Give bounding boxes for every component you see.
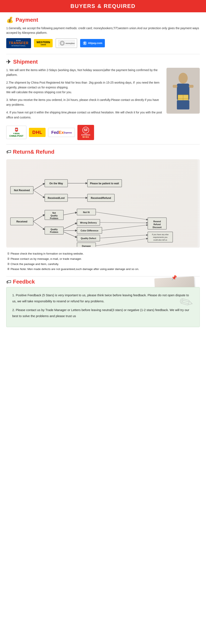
- svg-text:Not: Not: [52, 212, 56, 214]
- svg-text:Damage: Damage: [82, 245, 91, 247]
- svg-text:Quality: Quality: [51, 228, 58, 230]
- moneybookers-logo: moneybookers: [56, 38, 77, 48]
- svg-text:Problem: Problem: [50, 217, 58, 220]
- ship-para-2: 2.The shipment by China Post Registered …: [6, 80, 162, 95]
- moneybookers-svg: moneybookers: [58, 40, 75, 46]
- payment-logos: BANK TRANSFER INTERNATIONAL WESTERN UNIO…: [6, 38, 200, 48]
- svg-text:Resend: Resend: [153, 220, 161, 223]
- shipment-heading: Shipment: [13, 58, 38, 65]
- ship-para-3: 3. When you receive the items you ordere…: [6, 98, 162, 107]
- feedback-section: 🏷 Feedbck 📌 Feedback 1. Positive Feedbac…: [0, 276, 206, 331]
- ship-para-1: 1. We will sent the items within 2-5days…: [6, 68, 162, 77]
- shipment-icon: ✈: [6, 58, 11, 65]
- svg-text:Received: Received: [16, 220, 27, 223]
- svg-text:Quality: Quality: [51, 214, 58, 217]
- feedback-para-1: 1. Positive Feedback (5 Stars) is very i…: [12, 292, 194, 304]
- shipment-illustration: [166, 68, 200, 114]
- page-title: BUYERS & REQUIRED: [0, 3, 206, 10]
- feedback-title-row: 🏷 Feedbck: [6, 278, 35, 285]
- payment-heading: Payment: [16, 17, 38, 23]
- bank-transfer-logo: BANK TRANSFER INTERNATIONAL: [6, 38, 31, 48]
- return-note-3: ③ Check the package and Item, carefully.: [6, 262, 200, 267]
- return-heading: Return& Refund: [13, 149, 54, 155]
- feedback-heading: Feedbck: [13, 278, 35, 285]
- svg-rect-10: [189, 85, 194, 88]
- svg-rect-9: [173, 85, 177, 88]
- return-note-2: ② Please contact us by meesage, e-mail, …: [6, 257, 200, 262]
- svg-text:If you have any else: If you have any else: [152, 234, 169, 236]
- ship-para-4: 4. If you have not got it within the shi…: [6, 110, 162, 120]
- svg-rect-14: [177, 100, 189, 110]
- feedback-icon: 🏷: [6, 279, 11, 285]
- return-note-1: ① Please check the tracking in formation…: [6, 252, 200, 256]
- payment-icon: 💰: [6, 16, 13, 23]
- carrier-logos: 📮 中国邮政 CHINA POST DHL FedEx Express SF E…: [6, 125, 200, 140]
- svg-text:Refund: Refund: [154, 223, 161, 226]
- flowchart-svg: Not Received On the Way Please be patien…: [6, 159, 198, 247]
- chinapost-logo: 📮 中国邮政 CHINA POST: [6, 126, 26, 139]
- payment-title-row: 💰 Payment: [6, 16, 200, 23]
- shipment-content: 1. We will sent the items within 2-5days…: [6, 68, 200, 123]
- svg-text:Not Received: Not Received: [14, 189, 30, 192]
- return-section: 🏷 Return& Refund Not Received On the Way…: [0, 144, 206, 276]
- western-union-logo: WESTERN UNION: [34, 39, 53, 47]
- svg-text:Not fit: Not fit: [83, 211, 90, 214]
- payment-section: 💰 Payment 1.Generally, we accept the fol…: [0, 12, 206, 54]
- sf-express-logo: SF EXPRESS 顺丰速运: [77, 125, 94, 140]
- svg-text:Quality Defect: Quality Defect: [81, 237, 96, 240]
- feedback-content-box: 1. Positive Feedback (5 Stars) is very i…: [6, 287, 200, 327]
- svg-text:Wrong Delivery: Wrong Delivery: [80, 222, 97, 224]
- fedex-logo: FedEx Express: [48, 128, 75, 137]
- alipay-icon-svg: 支: [83, 41, 87, 46]
- return-note-4: ④ Please Note: Men made defects are not …: [6, 267, 200, 272]
- page-header: BUYERS & REQUIRED: [0, 0, 206, 12]
- svg-text:支: 支: [83, 42, 86, 45]
- alipay-logo: 支 Alipay.com: [80, 39, 105, 47]
- feedback-para-2: 2. Please contact us by Trade Manager or…: [12, 307, 194, 319]
- svg-text:moneybookers: moneybookers: [66, 42, 75, 44]
- svg-text:Problem: Problem: [50, 231, 58, 233]
- feedback-pin-icon: 📌: [171, 275, 177, 280]
- svg-text:Please be patient to wait: Please be patient to wait: [90, 182, 119, 185]
- svg-text:Color Difference: Color Difference: [81, 229, 99, 232]
- svg-text:requirements you: requirements you: [153, 236, 168, 238]
- return-title-row: 🏷 Return& Refund: [6, 149, 200, 155]
- return-icon: 🏷: [6, 149, 11, 155]
- payment-description: 1.Generally, we accept the following pay…: [6, 26, 200, 35]
- shipment-section: ✈ Shipment 1. We will sent the items wit…: [0, 54, 206, 144]
- flowchart-area: Not Received On the Way Please be patien…: [6, 159, 200, 248]
- shipment-text: 1. We will sent the items within 2-5days…: [6, 68, 162, 123]
- svg-text:could also tell us: could also tell us: [153, 239, 167, 241]
- svg-text:Received/Refund: Received/Refund: [91, 196, 111, 200]
- feedback-header: 🏷 Feedbck 📌 Feedback: [6, 278, 200, 285]
- dhl-logo: DHL: [29, 128, 46, 137]
- svg-point-7: [179, 73, 188, 84]
- shipment-image-area: [162, 68, 200, 123]
- svg-text:On the Way: On the Way: [49, 182, 63, 185]
- return-notes: ① Please check the tracking in formation…: [6, 252, 200, 272]
- svg-text:Received/Lost: Received/Lost: [48, 196, 65, 200]
- shipment-title-row: ✈ Shipment: [6, 58, 200, 65]
- return-notes-list: ① Please check the tracking in formation…: [6, 252, 200, 272]
- svg-text:Discount: Discount: [153, 226, 162, 228]
